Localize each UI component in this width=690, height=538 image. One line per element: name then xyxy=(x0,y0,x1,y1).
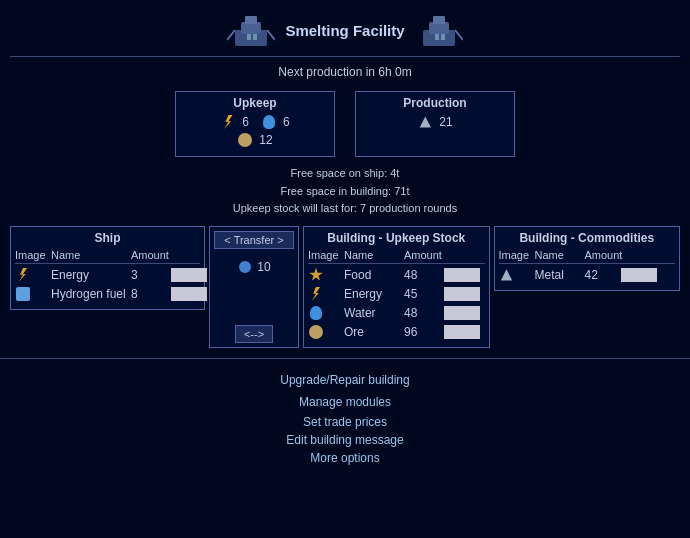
svg-rect-4 xyxy=(253,34,257,40)
modules-link[interactable]: Manage modules xyxy=(0,395,690,409)
bu-col-image: Image xyxy=(308,249,344,261)
bu-energy-input[interactable] xyxy=(444,287,480,301)
bc-col-name: Name xyxy=(535,249,585,261)
bu-water-name: Water xyxy=(344,306,404,320)
ship-col-name: Name xyxy=(51,249,131,261)
bu-food-amount: 48 xyxy=(404,268,444,282)
ship-col-image: Image xyxy=(15,249,51,261)
upkeep-energy-value: 6 xyxy=(242,115,249,129)
facility-icon-right xyxy=(415,10,463,50)
table-row: Metal 42 xyxy=(499,267,676,283)
food-icon xyxy=(308,267,324,283)
ship-hydrogen-name: Hydrogen fuel xyxy=(51,287,131,301)
trade-link[interactable]: Set trade prices xyxy=(0,415,690,429)
building-upkeep-header: Image Name Amount xyxy=(308,249,485,264)
arrow-button[interactable]: <--> xyxy=(235,325,273,343)
bu-food-input[interactable] xyxy=(444,268,480,282)
header: Smelting Facility xyxy=(0,0,690,56)
bc-metal-amount: 42 xyxy=(585,268,621,282)
info-line3: Upkeep stock will last for: 7 production… xyxy=(0,200,690,218)
bu-food-name: Food xyxy=(344,268,404,282)
bu-ore-amount: 96 xyxy=(404,325,444,339)
upgrade-link[interactable]: Upgrade/Repair building xyxy=(0,373,690,387)
table-row: Food 48 xyxy=(308,267,485,283)
bc-col-amount: Amount xyxy=(585,249,621,261)
upkeep-row-2: 12 xyxy=(186,132,324,148)
upkeep-ore-value: 12 xyxy=(259,133,272,147)
table-row: Ore 96 xyxy=(308,324,485,340)
upkeep-title: Upkeep xyxy=(186,96,324,110)
bu-energy-amount: 45 xyxy=(404,287,444,301)
info-line2: Free space in building: 71t xyxy=(0,183,690,201)
bc-col-image: Image xyxy=(499,249,535,261)
transfer-count: 10 xyxy=(257,260,270,274)
svg-rect-10 xyxy=(435,34,439,40)
facility-title: Smelting Facility xyxy=(285,22,404,39)
more-link[interactable]: More options xyxy=(0,451,690,465)
bc-title: Building - Commodities xyxy=(499,231,676,245)
bu-col-name: Name xyxy=(344,249,404,261)
svg-rect-2 xyxy=(245,16,257,24)
transfer-panel: < Transfer > 10 <--> xyxy=(209,226,299,348)
upkeep-production-row: Upkeep 6 6 12 Production 21 xyxy=(0,91,690,157)
building-upkeep-title: Building - Upkeep Stock xyxy=(308,231,485,245)
production-panel: Production 21 xyxy=(355,91,515,157)
ship-hydrogen-input[interactable] xyxy=(171,287,207,301)
info-line1: Free space on ship: 4t xyxy=(0,165,690,183)
bc-col-input xyxy=(621,249,661,261)
svg-line-5 xyxy=(227,30,235,40)
ship-col-amount: Amount xyxy=(131,249,171,261)
bu-col-amount: Amount xyxy=(404,249,444,261)
metal-icon-bc xyxy=(499,267,515,283)
production-metal-value: 21 xyxy=(439,115,452,129)
ship-hydrogen-amount: 8 xyxy=(131,287,171,301)
bu-ore-name: Ore xyxy=(344,325,404,339)
building-commodities-panel: Building - Commodities Image Name Amount… xyxy=(494,226,681,291)
table-row: Energy 3 xyxy=(15,267,200,283)
table-row: Energy 45 xyxy=(308,286,485,302)
upkeep-water-value: 6 xyxy=(283,115,290,129)
energy-icon xyxy=(220,114,236,130)
svg-rect-9 xyxy=(433,16,445,24)
metal-icon-production xyxy=(417,114,433,130)
table-row: Water 48 xyxy=(308,305,485,321)
production-row-1: 21 xyxy=(366,114,504,130)
bu-ore-input[interactable] xyxy=(444,325,480,339)
building-upkeep-panel: Building - Upkeep Stock Image Name Amoun… xyxy=(303,226,490,348)
bc-metal-name: Metal xyxy=(535,268,585,282)
ore-icon-upkeep xyxy=(237,132,253,148)
transfer-count-row: 10 xyxy=(237,259,270,275)
bc-metal-input[interactable] xyxy=(621,268,657,282)
bu-energy-name: Energy xyxy=(344,287,404,301)
message-link[interactable]: Edit building message xyxy=(0,433,690,447)
production-title: Production xyxy=(366,96,504,110)
upkeep-row-1: 6 6 xyxy=(186,114,324,130)
bu-col-input xyxy=(444,249,484,261)
water-icon-upkeep xyxy=(261,114,277,130)
main-panels: Ship Image Name Amount Energy 3 Hydrogen… xyxy=(10,226,680,348)
ship-table-header: Image Name Amount xyxy=(15,249,200,264)
energy-icon-ship xyxy=(15,267,31,283)
bu-water-input[interactable] xyxy=(444,306,480,320)
water-icon-bu xyxy=(308,305,324,321)
svg-rect-3 xyxy=(247,34,251,40)
ship-col-input xyxy=(171,249,211,261)
facility-icon-left xyxy=(227,10,275,50)
ship-energy-name: Energy xyxy=(51,268,131,282)
bc-header: Image Name Amount xyxy=(499,249,676,264)
ship-energy-input[interactable] xyxy=(171,268,207,282)
bu-water-amount: 48 xyxy=(404,306,444,320)
transfer-button[interactable]: < Transfer > xyxy=(214,231,294,249)
next-production-label: Next production in 6h 0m xyxy=(0,57,690,83)
ship-panel: Ship Image Name Amount Energy 3 Hydrogen… xyxy=(10,226,205,310)
svg-rect-11 xyxy=(441,34,445,40)
info-text: Free space on ship: 4t Free space in bui… xyxy=(0,165,690,218)
ship-panel-title: Ship xyxy=(15,231,200,245)
energy-icon-bu xyxy=(308,286,324,302)
ore-icon-bu xyxy=(308,324,324,340)
bottom-section: Upgrade/Repair building Manage modules S… xyxy=(0,358,690,465)
ship-energy-amount: 3 xyxy=(131,268,171,282)
svg-line-12 xyxy=(455,30,463,40)
upkeep-panel: Upkeep 6 6 12 xyxy=(175,91,335,157)
svg-line-6 xyxy=(267,30,275,40)
